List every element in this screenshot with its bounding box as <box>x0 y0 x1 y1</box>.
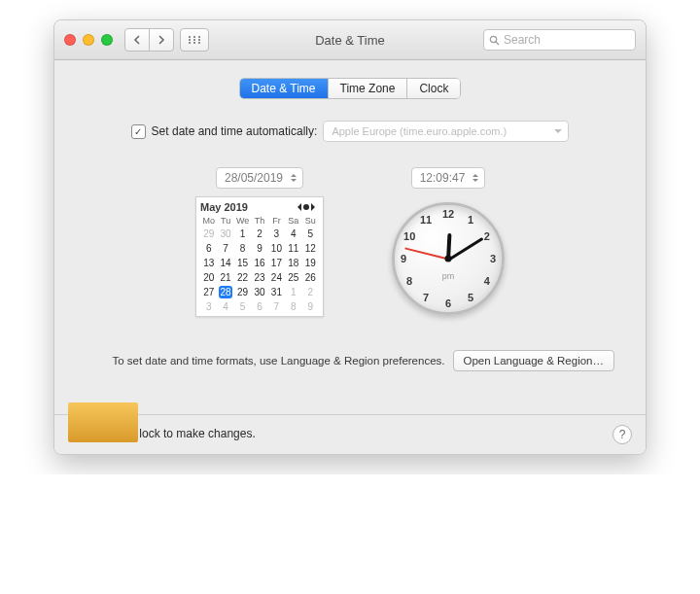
calendar-day[interactable]: 19 <box>302 256 319 270</box>
calendar-weekday: Su <box>302 215 319 227</box>
auto-time-checkbox[interactable]: ✓ <box>131 124 146 139</box>
calendar-day[interactable]: 5 <box>302 227 319 241</box>
calendar-day[interactable]: 1 <box>285 285 301 299</box>
calendar-day[interactable]: 9 <box>302 299 319 314</box>
svg-line-10 <box>496 42 499 45</box>
window-controls <box>64 34 113 46</box>
calendar-day[interactable]: 1 <box>234 227 251 241</box>
svg-point-0 <box>189 36 191 38</box>
calendar-next-button[interactable] <box>311 203 319 211</box>
calendar-day[interactable]: 5 <box>234 299 251 314</box>
time-value: 12:09:47 <box>420 171 466 185</box>
calendar-weekday: Mo <box>200 215 217 227</box>
clock-number: 6 <box>440 297 456 309</box>
svg-point-5 <box>198 39 200 41</box>
time-column: 12:09:47 pm 121234567891011 <box>392 167 505 317</box>
calendar-day[interactable]: 30 <box>251 285 267 299</box>
calendar-day[interactable]: 2 <box>251 227 267 241</box>
calendar-weekday: Fr <box>268 215 285 227</box>
svg-point-7 <box>193 42 195 44</box>
time-server-value: Apple Europe (time.euro.apple.com.) <box>332 125 507 137</box>
titlebar: Date & Time Search <box>54 20 646 60</box>
calendar-day[interactable]: 26 <box>302 270 319 285</box>
search-input[interactable]: Search <box>483 29 636 51</box>
calendar-day[interactable]: 6 <box>200 241 217 256</box>
clock-number: 4 <box>479 275 495 287</box>
time-server-select[interactable]: Apple Europe (time.euro.apple.com.) <box>323 121 569 142</box>
calendar-day[interactable]: 3 <box>200 299 217 314</box>
clock-number: 2 <box>479 230 495 242</box>
nav-buttons <box>124 28 209 52</box>
tab-clock[interactable]: Clock <box>407 79 460 98</box>
clock-number: 10 <box>402 230 417 242</box>
calendar-day[interactable]: 8 <box>285 299 301 314</box>
calendar-day[interactable]: 7 <box>217 241 233 256</box>
calendar-weekday: We <box>234 215 251 227</box>
calendar-prev-button[interactable] <box>294 203 301 211</box>
lock-icon[interactable] <box>68 425 84 442</box>
calendar-day[interactable]: 20 <box>200 270 217 285</box>
date-column: 28/05/2019 May 2019 MoTuWeThFrSaSu 29301… <box>195 167 324 317</box>
calendar-day[interactable]: 24 <box>268 270 285 285</box>
calendar-today-button[interactable] <box>303 204 309 210</box>
minimize-window-button[interactable] <box>83 34 94 46</box>
calendar-day[interactable]: 4 <box>285 227 301 241</box>
date-field[interactable]: 28/05/2019 <box>216 167 303 189</box>
calendar-day[interactable]: 12 <box>302 241 319 256</box>
chevron-left-icon <box>133 35 141 45</box>
calendar-day[interactable]: 25 <box>285 270 301 285</box>
calendar-day[interactable]: 17 <box>268 256 285 270</box>
calendar-day[interactable]: 3 <box>268 227 285 241</box>
calendar-day[interactable]: 29 <box>200 227 217 241</box>
calendar-day[interactable]: 6 <box>251 299 267 314</box>
calendar-day[interactable]: 22 <box>234 270 251 285</box>
close-window-button[interactable] <box>64 34 76 46</box>
back-button[interactable] <box>124 28 150 52</box>
calendar-day[interactable]: 23 <box>251 270 267 285</box>
tab-date-time[interactable]: Date & Time <box>240 79 329 98</box>
help-button[interactable]: ? <box>612 425 632 444</box>
calendar-day[interactable]: 16 <box>251 256 267 270</box>
grid-icon <box>188 35 201 45</box>
calendar-day[interactable]: 27 <box>200 285 217 299</box>
calendar-weekday: Tu <box>217 215 233 227</box>
calendar-day[interactable]: 8 <box>234 241 251 256</box>
zoom-window-button[interactable] <box>101 34 113 46</box>
calendar-weekday: Sa <box>285 215 301 227</box>
calendar-day[interactable]: 7 <box>268 299 285 314</box>
time-field[interactable]: 12:09:47 <box>411 167 486 189</box>
calendar-day[interactable]: 11 <box>285 241 301 256</box>
calendar-day[interactable]: 15 <box>234 256 251 270</box>
forward-button[interactable] <box>149 28 174 52</box>
calendar-day[interactable]: 13 <box>200 256 217 270</box>
tab-time-zone[interactable]: Time Zone <box>329 79 408 98</box>
minute-hand <box>447 237 483 262</box>
analog-clock: pm 121234567891011 <box>392 202 505 315</box>
auto-time-label: Set date and time automatically: <box>152 124 318 138</box>
clock-number: 11 <box>418 214 434 226</box>
calendar[interactable]: May 2019 MoTuWeThFrSaSu 2930123456789101… <box>195 196 324 317</box>
show-all-button[interactable] <box>180 28 209 52</box>
calendar-day[interactable]: 29 <box>234 285 251 299</box>
open-language-region-button[interactable]: Open Language & Region… <box>453 350 615 371</box>
calendar-day[interactable]: 28 <box>217 285 233 299</box>
calendar-day[interactable]: 31 <box>268 285 285 299</box>
calendar-day[interactable]: 9 <box>251 241 267 256</box>
calendar-day[interactable]: 18 <box>285 256 301 270</box>
calendar-day[interactable]: 14 <box>217 256 233 270</box>
svg-point-9 <box>490 36 496 42</box>
chevron-right-icon <box>158 35 165 45</box>
svg-point-1 <box>193 36 195 38</box>
svg-point-3 <box>189 39 191 41</box>
calendar-grid: MoTuWeThFrSaSu 2930123456789101112131415… <box>200 215 319 314</box>
svg-point-4 <box>193 39 195 41</box>
calendar-weekday: Th <box>251 215 267 227</box>
calendar-day[interactable]: 30 <box>217 227 233 241</box>
calendar-day[interactable]: 21 <box>217 270 233 285</box>
calendar-day[interactable]: 4 <box>217 299 233 314</box>
formats-row: To set date and time formats, use Langua… <box>82 350 618 371</box>
calendar-title: May 2019 <box>200 201 248 213</box>
calendar-day[interactable]: 10 <box>268 241 285 256</box>
clock-pin <box>445 256 452 262</box>
calendar-day[interactable]: 2 <box>302 285 319 299</box>
